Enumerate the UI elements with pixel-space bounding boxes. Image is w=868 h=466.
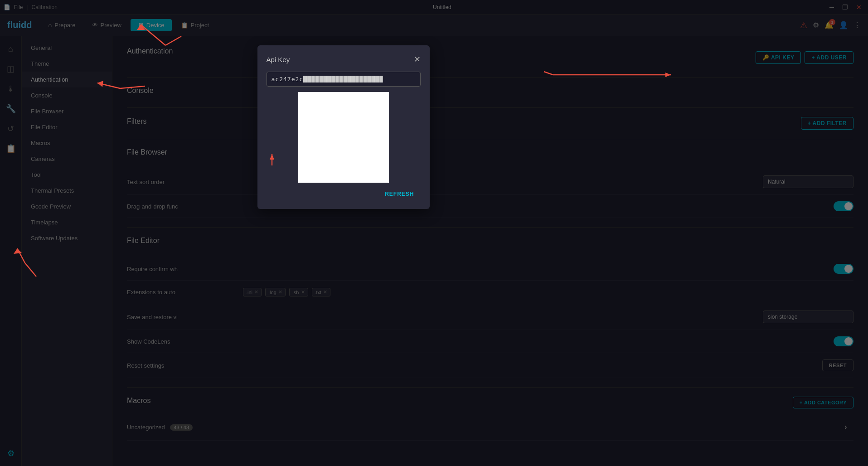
modal-header: Api Key ✕ [267, 54, 421, 64]
qr-code-display [298, 92, 389, 183]
modal-footer: REFRESH [267, 188, 421, 200]
modal-title: Api Key [267, 56, 290, 63]
modal-close-button[interactable]: ✕ [414, 54, 421, 64]
refresh-button[interactable]: REFRESH [378, 188, 420, 200]
modal-overlay: Api Key ✕ REFRESH [0, 0, 868, 466]
api-key-input[interactable] [267, 72, 421, 87]
api-key-modal: Api Key ✕ REFRESH [257, 45, 430, 209]
